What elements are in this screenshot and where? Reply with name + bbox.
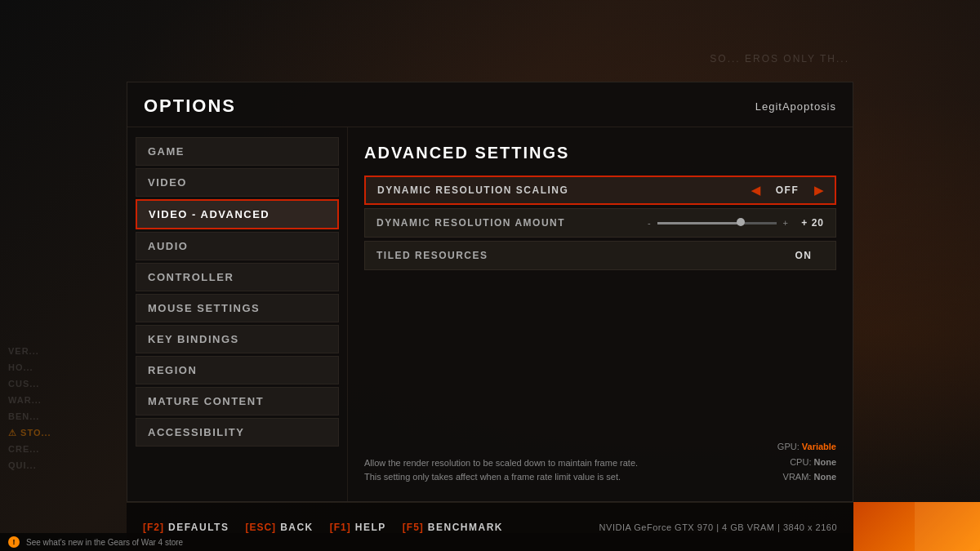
back-label: BACK <box>280 522 314 533</box>
settings-list: DYNAMIC RESOLUTION SCALING ◀ OFF ▶ DYNAM… <box>364 176 836 270</box>
help-button[interactable]: [F1] HELP <box>330 522 386 533</box>
gpu-value: Variable <box>802 442 836 451</box>
hw-info: NVIDIA GeForce GTX 970 | 4 GB VRAM | 384… <box>599 522 837 532</box>
sidebar-item-controller[interactable]: CONTROLLER <box>136 263 339 291</box>
cpu-label: CPU: <box>790 457 811 467</box>
description-line-2: This setting only takes affect when a fr… <box>364 470 638 485</box>
slider-fill-dra <box>657 222 741 224</box>
vram-info: VRAM: None <box>777 469 836 485</box>
bottom-controls: [F2] DEFAULTS [ESC] BACK [F1] HELP [F5] … <box>143 522 503 533</box>
vram-value: None <box>814 472 837 482</box>
cpu-value: None <box>814 457 837 467</box>
defaults-key: [F2] <box>143 522 164 533</box>
back-button[interactable]: [ESC] BACK <box>245 522 313 533</box>
sidebar-item-video[interactable]: VIDEO <box>136 168 339 197</box>
bg-text-topright: SO... EROS ONLY TH... <box>710 53 849 64</box>
sidebar-item-accessibility[interactable]: ACCESSIBILITY <box>136 418 339 447</box>
description-line-1: Allow the render resolution to be scaled… <box>364 456 638 471</box>
slider-track-dra[interactable] <box>657 222 777 224</box>
setting-control-drs: ◀ OFF ▶ <box>751 184 835 197</box>
sidebar-item-game[interactable]: GAME <box>136 137 339 166</box>
sidebar-item-video-advanced[interactable]: VIDEO - ADVANCED <box>136 199 339 229</box>
sidebar-item-mature-content[interactable]: MATURE CONTENT <box>136 387 339 415</box>
setting-row-tiled-resources: TILED RESOURCES ON <box>364 241 836 270</box>
sidebar-item-mouse-settings[interactable]: MOUSE SETTINGS <box>136 294 339 322</box>
left-nav: GAME VIDEO VIDEO - ADVANCED AUDIO CONTRO… <box>127 127 348 501</box>
setting-label-tr: TILED RESOURCES <box>365 250 783 261</box>
slider-min-icon: - <box>648 218 651 228</box>
cpu-info: CPU: None <box>777 455 836 470</box>
defaults-label: DEFAULTS <box>168 522 229 533</box>
setting-row-dynamic-resolution-scaling: DYNAMIC RESOLUTION SCALING ◀ OFF ▶ <box>364 176 836 205</box>
sidebar-item-audio[interactable]: AUDIO <box>136 232 339 260</box>
slider-thumb-dra <box>737 218 745 226</box>
gpu-info: GPU: Variable <box>777 439 836 455</box>
news-ticker-bar: ! See what's new in the Gears of War 4 s… <box>0 533 853 551</box>
sidebar-item-key-bindings[interactable]: KEY BINDINGS <box>136 325 339 353</box>
panel-body: GAME VIDEO VIDEO - ADVANCED AUDIO CONTRO… <box>127 127 853 501</box>
benchmark-button[interactable]: [F5] BENCHMARK <box>403 522 503 533</box>
gpu-label: GPU: <box>777 442 800 451</box>
defaults-button[interactable]: [F2] DEFAULTS <box>143 522 229 533</box>
arrow-right-drs[interactable]: ▶ <box>814 184 823 197</box>
benchmark-label: BENCHMARK <box>428 522 503 533</box>
slider-container-dra: - + + 20 <box>648 217 835 229</box>
back-key: [ESC] <box>245 522 276 533</box>
setting-label-dra: DYNAMIC RESOLUTION AMOUNT <box>365 217 648 229</box>
slider-value-dra: + 20 <box>795 217 824 229</box>
setting-value-tr: ON <box>783 250 824 261</box>
setting-value-drs: OFF <box>767 184 808 196</box>
arrow-left-drs[interactable]: ◀ <box>751 184 760 197</box>
setting-control-tr: ON <box>783 250 835 261</box>
setting-row-dynamic-resolution-amount: DYNAMIC RESOLUTION AMOUNT - + + 20 <box>364 208 836 238</box>
sidebar-item-region[interactable]: REGION <box>136 356 339 384</box>
slider-max-icon: + <box>783 218 788 228</box>
options-panel: OPTIONS LegitApoptosis GAME VIDEO VIDEO … <box>127 82 853 502</box>
panel-header: OPTIONS LegitApoptosis <box>127 82 853 127</box>
news-icon: ! <box>8 536 20 548</box>
benchmark-key: [F5] <box>403 522 424 533</box>
system-info: GPU: Variable CPU: None VRAM: None <box>777 439 836 485</box>
deco-corner <box>853 502 980 551</box>
bg-text-left: VER... HO... CUS... WAR... BEN... ⚠ STO.… <box>8 343 51 473</box>
panel-username: LegitApoptosis <box>755 100 836 113</box>
help-key: [F1] <box>330 522 351 533</box>
news-text: See what's new in the Gears of War 4 sto… <box>26 538 183 547</box>
vram-label: VRAM: <box>783 472 812 482</box>
help-label: HELP <box>355 522 386 533</box>
section-title: ADVANCED SETTINGS <box>364 144 836 162</box>
panel-title: OPTIONS <box>144 96 236 117</box>
right-content: ADVANCED SETTINGS DYNAMIC RESOLUTION SCA… <box>348 127 853 501</box>
description-area: Allow the render resolution to be scaled… <box>364 426 836 485</box>
setting-label-drs: DYNAMIC RESOLUTION SCALING <box>366 184 751 196</box>
description-text: Allow the render resolution to be scaled… <box>364 456 638 485</box>
